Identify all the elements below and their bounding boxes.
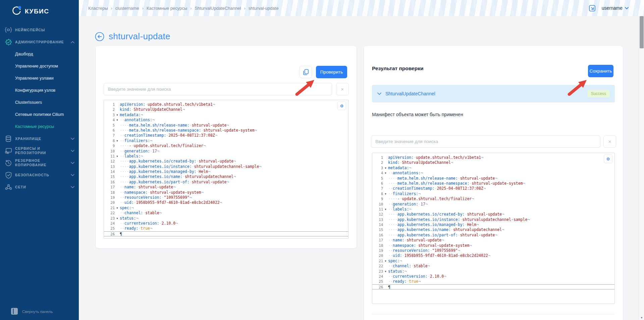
check-button[interactable]: Проверить [316, 66, 347, 78]
clear-search-button[interactable]: × [336, 83, 349, 95]
line-number: 21 [104, 205, 115, 211]
code-text: apiVersion:·update.shturval.tech/v1beta1… [120, 102, 215, 107]
sidebar-section-services[interactable]: СЕРВИСЫ И РЕПОЗИТОРИИ [0, 145, 79, 157]
fold-gutter [383, 202, 388, 207]
space-dot: · [131, 143, 134, 148]
copy-icon [303, 69, 309, 75]
code-text: ··annotations:¬ [388, 171, 423, 176]
fold-toggle-icon[interactable]: ▼ [115, 112, 120, 118]
scrollbar[interactable]: ▼ [639, 16, 644, 320]
fold-toggle-icon[interactable]: ▼ [383, 207, 388, 212]
code-line: 24··currentversion:·2.10.0¬ [372, 274, 614, 279]
search-input-result[interactable] [371, 135, 600, 148]
code-text: ····meta.helm.sh/release-namespace:·shtu… [388, 181, 525, 186]
code-text: ····app.kubernetes.io/part-of:·shturval-… [120, 180, 229, 185]
copy-button[interactable] [300, 66, 312, 78]
open-external-icon[interactable] [589, 5, 596, 12]
sidebar-item[interactable]: Кастомные ресурсы [0, 121, 79, 133]
breadcrumb-item[interactable]: Кластеры [88, 6, 108, 11]
pilcrow-mark: ¶ [120, 232, 122, 236]
line-number: 18 [104, 190, 115, 195]
fold-toggle-icon[interactable]: ▼ [115, 205, 120, 211]
space-dot: · [460, 217, 463, 222]
yaml-value: shturval-update-system [418, 243, 469, 248]
yaml-key: spec: [388, 259, 400, 263]
fold-gutter [115, 128, 120, 133]
breadcrumb-item[interactable]: shturval-update [249, 6, 279, 11]
search-input[interactable] [104, 83, 332, 95]
chevron-down-icon [70, 138, 75, 140]
fold-toggle-icon[interactable]: ▼ [383, 191, 388, 196]
indent-dots: ···· [120, 164, 129, 169]
user-menu[interactable]: username [602, 5, 629, 11]
fold-gutter [383, 285, 388, 289]
line-number: 13 [372, 217, 383, 222]
fold-toggle-icon[interactable]: ▼ [115, 216, 120, 221]
scrollbar-down-arrow[interactable]: ▼ [639, 315, 644, 320]
code-text: ¶ [120, 232, 122, 236]
fold-gutter [383, 212, 388, 217]
line-number: 19 [104, 195, 115, 200]
indent-dots: ·· [388, 191, 393, 196]
indent-dots: ·· [120, 190, 124, 195]
indent-dots: ·· [388, 264, 393, 268]
fold-gutter [115, 180, 120, 185]
sidebar-section-security[interactable]: БЕЗОПАСНОСТЬ [0, 169, 79, 181]
indent-dots: ·· [120, 185, 124, 189]
code-text: ··labels:¬ [388, 207, 411, 212]
security-icon [4, 172, 13, 179]
code-line: 23▼status:¬ [372, 269, 614, 274]
code-editor-result[interactable]: ⚙ 1apiVersion:·update.shturval.tech/v1be… [372, 153, 615, 304]
sidebar-section-administration[interactable]: АДМИНИСТРИРОВАНИЕ [0, 36, 79, 48]
sidebar-item[interactable]: ClusterIssuers [0, 96, 79, 108]
fold-toggle-icon[interactable]: ▼ [383, 259, 388, 264]
space-dot: · [190, 123, 192, 128]
code-text: ··generation:·17¬ [120, 149, 159, 154]
line-number: 20 [104, 200, 115, 205]
breadcrumb-item[interactable]: clustername [115, 6, 139, 11]
yaml-value: shturvalupdatechannel-sample [463, 217, 528, 222]
line-number: 26 [104, 232, 115, 236]
editor-settings-button[interactable]: ⚙ [337, 101, 346, 110]
sidebar-item[interactable]: Дашборд [0, 48, 79, 60]
breadcrumb-item[interactable]: Кастомные ресурсы [147, 6, 187, 11]
sidebar-item[interactable]: Управление доступом [0, 60, 79, 72]
fold-toggle-icon[interactable]: ▼ [115, 138, 120, 143]
code-text: ··ready:·true¬ [388, 279, 421, 284]
resource-result-banner[interactable]: ShturvalUpdateChannel Success [372, 85, 615, 102]
breadcrumb-separator: › [190, 6, 192, 11]
code-text: spec:¬ [120, 205, 134, 211]
fold-toggle-icon[interactable]: ▼ [383, 166, 388, 171]
code-editor[interactable]: ⚙ 1apiVersion:·update.shturval.tech/v1be… [104, 100, 348, 239]
sidebar-item[interactable]: Конфигурация узлов [0, 84, 79, 96]
indent-dots: ·· [120, 200, 124, 205]
fold-toggle-icon[interactable]: ▼ [115, 118, 120, 123]
sidebar-item[interactable]: Сетевые политики Cilium [0, 108, 79, 121]
scrollbar-thumb[interactable] [640, 16, 644, 48]
yaml-key: creationTimestamp: [393, 186, 435, 191]
collapse-panel-button[interactable]: Свернуть панель [0, 308, 53, 315]
line-number: 24 [372, 274, 383, 279]
logo[interactable]: КУБИС [0, 0, 79, 16]
sidebar-section-storage[interactable]: ХРАНИЛИЩЕ [0, 133, 79, 145]
clear-search-button[interactable]: × [603, 135, 616, 148]
sidebar-item[interactable]: Управление узлами [0, 72, 79, 84]
fold-toggle-icon[interactable]: ▼ [383, 171, 388, 176]
fold-gutter [383, 274, 388, 279]
resource-name[interactable]: ShturvalUpdateChannel [385, 91, 435, 96]
breadcrumb-item[interactable]: ShturvalUpdateChannel [195, 6, 241, 11]
sidebar-section-networks[interactable]: СЕТИ [0, 181, 79, 193]
sidebar-section-label: БЕЗОПАСНОСТЬ [13, 173, 70, 177]
sidebar-section-backup[interactable]: РЕЗЕРВНОЕ КОПИРОВАНИЕ [0, 157, 79, 169]
code-line: 2kind:·ShturvalUpdateChannel¬ [104, 107, 348, 112]
line-number: 25 [104, 226, 115, 231]
line-number: 17 [104, 185, 115, 190]
save-button[interactable]: Сохранить [588, 65, 613, 77]
editor-settings-button[interactable]: ⚙ [604, 154, 612, 163]
sidebar-section-namespaces[interactable]: НЕЙМСПЕЙСЫ [0, 24, 79, 36]
back-button[interactable] [95, 32, 104, 41]
breadcrumb: Кластеры›clustername›Кастомные ресурсы›S… [79, 6, 278, 11]
fold-toggle-icon[interactable]: ▼ [115, 154, 120, 159]
eol-mark: ¬ [159, 211, 162, 215]
fold-toggle-icon[interactable]: ▼ [383, 269, 388, 274]
